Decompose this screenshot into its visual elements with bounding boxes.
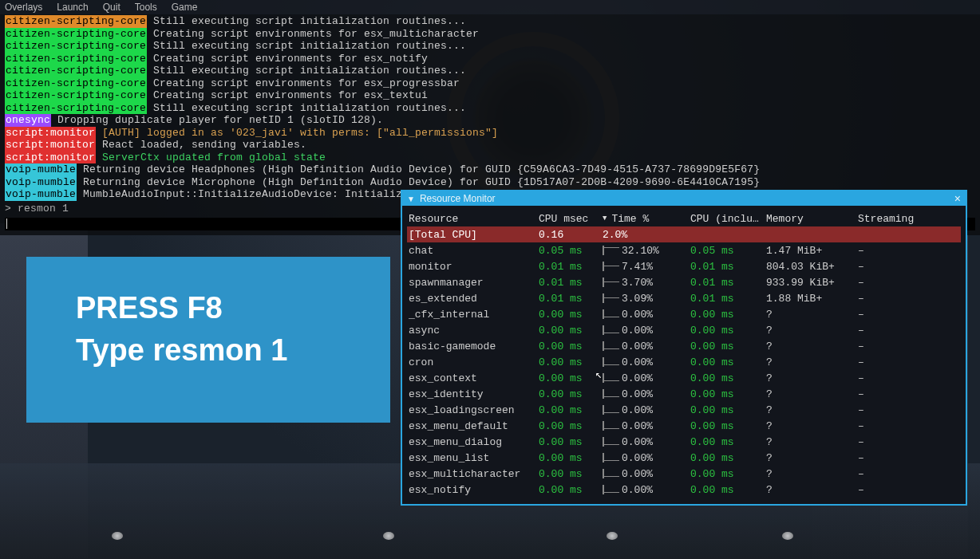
col-header-cpu[interactable]: CPU msec (539, 213, 603, 225)
col-header-streaming[interactable]: Streaming (858, 213, 914, 225)
cpu-msec-value: 0.00 ms (539, 468, 603, 480)
sparkline-icon (603, 357, 618, 367)
resmon-row[interactable]: monitor0.01 ms7.41%0.01 ms804.03 KiB+– (407, 258, 961, 274)
log-source-tag: citizen-scripting-core (5, 77, 147, 90)
total-time: 2.0% (603, 229, 690, 241)
console-line: citizen-scripting-core Still executing s… (5, 102, 975, 115)
cpu-inclusive-value: 0.00 ms (690, 341, 766, 352)
resource-name: esx_multicharacter (407, 468, 539, 480)
time-percent-value: 0.00% (622, 484, 653, 496)
console-line: citizen-scripting-core Creating script e… (5, 77, 975, 90)
col-header-cpu-incl[interactable]: CPU (inclu… (690, 213, 766, 225)
cpu-msec-value: 0.05 ms (539, 245, 603, 257)
time-percent-cell: 3.70% (603, 277, 690, 289)
cpu-msec-value: 0.01 ms (539, 261, 603, 273)
resmon-row[interactable]: cron0.00 ms0.00%0.00 ms?– (407, 354, 961, 370)
time-percent-value: 0.00% (622, 341, 653, 352)
close-icon[interactable]: × (954, 193, 961, 204)
resmon-row[interactable]: _cfx_internal0.00 ms0.00%0.00 ms?– (407, 306, 961, 322)
memory-value: ? (766, 404, 858, 416)
menu-quit[interactable]: Quit (103, 2, 121, 13)
col-header-time[interactable]: ▼Time % (603, 213, 690, 225)
cpu-msec-value: 0.00 ms (539, 436, 603, 448)
resmon-row[interactable]: esx_loadingscreen0.00 ms0.00%0.00 ms?– (407, 402, 961, 418)
menu-game[interactable]: Game (172, 2, 198, 13)
streaming-value: – (858, 372, 914, 384)
total-label: [Total CPU] (407, 229, 539, 241)
col-header-memory[interactable]: Memory (766, 213, 858, 225)
streaming-value: – (858, 293, 914, 305)
resmon-row[interactable]: esx_menu_list0.00 ms0.00%0.00 ms?– (407, 450, 961, 466)
console-line: citizen-scripting-core Still executing s… (5, 15, 975, 28)
resmon-row[interactable]: esx_notify0.00 ms0.00%0.00 ms?– (407, 482, 961, 498)
log-message: [AUTH] logged in as '023_javi' with perm… (102, 127, 498, 139)
cpu-inclusive-value: 0.00 ms (690, 404, 766, 416)
resmon-row[interactable]: esx_multicharacter0.00 ms0.00%0.00 ms?– (407, 466, 961, 482)
log-message: Creating script environments for esx_pro… (153, 77, 460, 89)
time-percent-value: 0.00% (622, 436, 653, 448)
resource-name: esx_identity (407, 388, 539, 400)
time-percent-cell: 0.00% (603, 341, 690, 352)
sparkline-icon (603, 278, 618, 287)
col-header-resource[interactable]: Resource (407, 213, 539, 225)
log-message: Returning device Microphone (High Defini… (83, 176, 760, 188)
resource-name: chat (407, 245, 539, 257)
memory-value: ? (766, 436, 858, 448)
resmon-header-row[interactable]: Resource CPU msec ▼Time % CPU (inclu… Me… (407, 211, 961, 226)
time-percent-value: 3.70% (622, 277, 653, 289)
console-line: script:monitor ServerCtx updated from gl… (5, 152, 975, 164)
streaming-value: – (858, 325, 914, 337)
collapse-triangle-icon[interactable]: ▼ (407, 195, 415, 203)
cpu-inclusive-value: 0.05 ms (690, 245, 766, 257)
log-source-tag: citizen-scripting-core (5, 15, 147, 28)
time-percent-value: 0.00% (622, 325, 653, 337)
resmon-row[interactable]: esx_menu_default0.00 ms0.00%0.00 ms?– (407, 418, 961, 434)
cpu-msec-value: 0.00 ms (539, 484, 603, 496)
log-source-tag: citizen-scripting-core (5, 28, 147, 41)
log-message: React loaded, sending variables. (102, 139, 306, 151)
resource-name: es_extended (407, 293, 539, 305)
streaming-value: – (858, 420, 914, 432)
cpu-inclusive-value: 0.00 ms (690, 468, 766, 480)
sparkline-icon (603, 293, 618, 303)
instruction-overlay: PRESS F8 Type resmon 1 (26, 257, 390, 423)
resmon-titlebar[interactable]: ▼ Resource Monitor × (402, 191, 966, 206)
resmon-row[interactable]: esx_menu_dialog0.00 ms0.00%0.00 ms?– (407, 434, 961, 450)
cpu-inclusive-value: 0.00 ms (690, 309, 766, 321)
resource-monitor-window[interactable]: ▼ Resource Monitor × Resource CPU msec ▼… (401, 190, 967, 506)
resmon-row[interactable]: esx_identity0.00 ms0.00%0.00 ms?– (407, 386, 961, 402)
streaming-value: – (858, 309, 914, 321)
resmon-row[interactable]: es_extended0.01 ms3.09%0.01 ms1.88 MiB+– (407, 290, 961, 306)
resmon-row[interactable]: esx_context0.00 ms0.00%0.00 ms?– (407, 370, 961, 386)
streaming-value: – (858, 404, 914, 416)
cpu-msec-value: 0.00 ms (539, 341, 603, 352)
log-message: Creating script environments for esx_not… (153, 53, 428, 65)
cpu-inclusive-value: 0.00 ms (690, 484, 766, 496)
resmon-row[interactable]: async0.00 ms0.00%0.00 ms?– (407, 322, 961, 338)
time-percent-value: 0.00% (622, 388, 653, 400)
sparkline-icon (603, 485, 618, 494)
streaming-value: – (858, 261, 914, 273)
resmon-body: Resource CPU msec ▼Time % CPU (inclu… Me… (402, 206, 966, 504)
resource-name: esx_menu_default (407, 420, 539, 432)
resource-name: _cfx_internal (407, 309, 539, 321)
log-message: Still executing script initialization ro… (153, 102, 466, 114)
memory-value: ? (766, 388, 858, 400)
menu-launch[interactable]: Launch (57, 2, 88, 13)
memory-value: ? (766, 452, 858, 464)
time-percent-value: 0.00% (622, 420, 653, 432)
log-message: Creating script environments for esx_tex… (153, 89, 428, 101)
time-percent-cell: 0.00% (603, 388, 690, 400)
resmon-row[interactable]: spawnmanager0.01 ms3.70%0.01 ms933.99 Ki… (407, 274, 961, 290)
cpu-msec-value: 0.00 ms (539, 452, 603, 464)
menu-overlays[interactable]: Overlays (5, 2, 42, 13)
resmon-row[interactable]: basic-gamemode0.00 ms0.00%0.00 ms?– (407, 338, 961, 354)
cpu-msec-value: 0.00 ms (539, 372, 603, 384)
menubar: OverlaysLaunchQuitToolsGame (0, 0, 980, 14)
resmon-total-row[interactable]: [Total CPU] 0.16 2.0% (407, 226, 961, 242)
log-source-tag: citizen-scripting-core (5, 40, 147, 53)
log-source-tag: script:monitor (5, 127, 96, 140)
menu-tools[interactable]: Tools (135, 2, 157, 13)
log-source-tag: voip-mumble (5, 188, 77, 201)
resmon-row[interactable]: chat0.05 ms32.10%0.05 ms1.47 MiB+– (407, 242, 961, 258)
